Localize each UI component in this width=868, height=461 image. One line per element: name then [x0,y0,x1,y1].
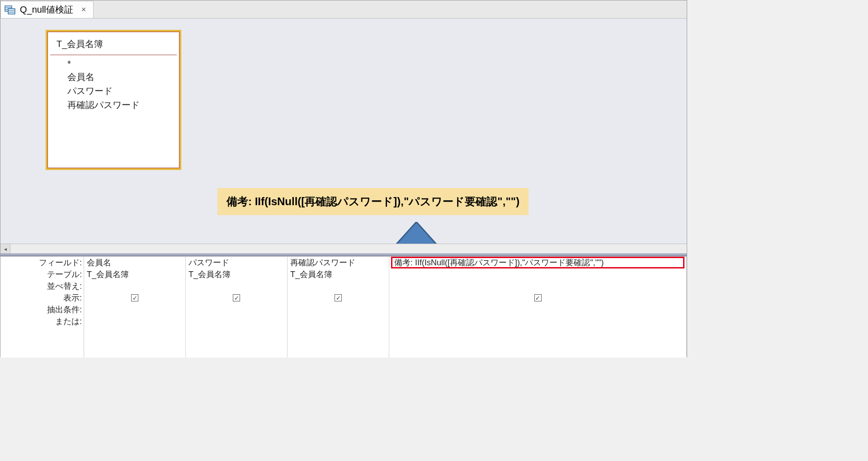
cell-sort[interactable] [288,280,389,292]
field-item[interactable]: パスワード [67,85,173,97]
grid-column: 再確認パスワード T_会員名簿 ✓ [288,257,389,358]
tab-bar: Q_null値検証 × [0,0,687,19]
grid-column: 備考: IIf(IsNull([再確認パスワード]),"パスワード要確認",""… [389,257,687,358]
cell-sort[interactable] [186,280,287,292]
cell-sort[interactable] [389,280,686,292]
annotation-callout: 備考: IIf(IsNull([再確認パスワード]),"パスワード要確認",""… [217,188,528,215]
cell-field[interactable]: 備考: IIf(IsNull([再確認パスワード]),"パスワード要確認",""… [389,257,686,268]
cell-or[interactable] [84,315,185,327]
qbe-grid: フィールド: テーブル: 並べ替え: 表示: 抽出条件: または: 会員名 T_… [0,256,687,358]
grid-column: 会員名 T_会員名簿 ✓ [84,257,186,358]
label-table: テーブル: [0,268,84,280]
field-item[interactable]: 会員名 [67,71,173,83]
cell-table[interactable]: T_会員名簿 [84,268,185,280]
grid-columns: 会員名 T_会員名簿 ✓ パスワード T_会員名簿 ✓ [84,257,687,358]
label-criteria: 抽出条件: [0,304,84,315]
cell-or[interactable] [186,315,287,327]
label-sort: 並べ替え: [0,280,84,292]
svg-rect-3 [8,9,15,14]
query-icon [5,5,16,15]
cell-table[interactable]: T_会員名簿 [288,268,389,280]
horizontal-scrollbar[interactable]: ◂ [0,244,687,254]
cell-show[interactable]: ✓ [389,292,686,304]
source-table-title: T_会員名簿 [50,33,177,55]
checkbox-checked-icon[interactable]: ✓ [534,294,542,301]
checkbox-checked-icon[interactable]: ✓ [131,294,138,301]
cell-criteria[interactable] [84,304,185,315]
grid-row-labels: フィールド: テーブル: 並べ替え: 表示: 抽出条件: または: [0,257,84,358]
label-field: フィールド: [0,257,84,268]
query-design-window: Q_null値検証 × T_会員名簿 * 会員名 パスワード 再確認パスワード … [0,0,687,357]
cell-table[interactable]: T_会員名簿 [186,268,287,280]
cell-criteria[interactable] [288,304,389,315]
source-table-field-list: * 会員名 パスワード 再確認パスワード [47,55,179,115]
checkbox-checked-icon[interactable]: ✓ [335,294,342,301]
scroll-track[interactable] [10,244,687,254]
source-table-box[interactable]: T_会員名簿 * 会員名 パスワード 再確認パスワード [46,30,181,170]
cell-show[interactable]: ✓ [84,292,185,304]
cell-show[interactable]: ✓ [288,292,389,304]
cell-field[interactable]: 再確認パスワード [288,257,389,268]
cell-field[interactable]: パスワード [186,257,287,268]
grid-column: パスワード T_会員名簿 ✓ [186,257,288,358]
field-item[interactable]: * [67,59,173,69]
cell-table[interactable] [389,268,686,280]
cell-field[interactable]: 会員名 [84,257,185,268]
query-design-surface[interactable]: T_会員名簿 * 会員名 パスワード 再確認パスワード 備考: IIf(IsNu… [0,19,687,254]
cell-or[interactable] [288,315,389,327]
label-show: 表示: [0,292,84,304]
cell-or[interactable] [389,315,686,327]
cell-criteria[interactable] [389,304,686,315]
highlighted-field-expression[interactable]: 備考: IIf(IsNull([再確認パスワード]),"パスワード要確認",""… [391,257,684,268]
checkbox-checked-icon[interactable]: ✓ [233,294,240,301]
cell-criteria[interactable] [186,304,287,315]
close-icon[interactable]: × [81,5,86,14]
cell-sort[interactable] [84,280,185,292]
label-or: または: [0,315,84,327]
field-item[interactable]: 再確認パスワード [67,99,173,111]
tab-q-null-validation[interactable]: Q_null値検証 × [0,1,94,18]
scroll-left-button[interactable]: ◂ [0,244,10,254]
cell-show[interactable]: ✓ [186,292,287,304]
tab-title: Q_null値検証 [20,4,73,16]
